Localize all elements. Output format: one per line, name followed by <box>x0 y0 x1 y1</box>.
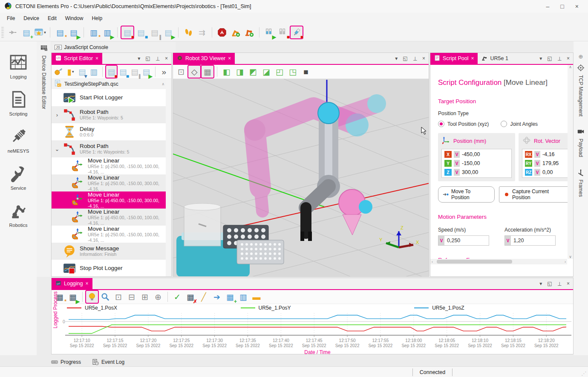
logging-chart[interactable]: 012:17:10Sep 15 202212:17:15Sep 15 20221… <box>62 311 573 354</box>
script-step-stop-plot-logger[interactable]: Stop Plot Logger <box>52 260 171 277</box>
script-saveas-icon[interactable]: ▤▼ <box>77 66 87 78</box>
single-step-icon[interactable] <box>182 26 194 38</box>
pool-horizontal-scrollbar[interactable]: ‹› <box>430 259 567 264</box>
panel-close-icon[interactable]: × <box>165 55 168 61</box>
view-top-icon[interactable]: ◰ <box>274 66 285 78</box>
zoom-vertical-icon[interactable]: ⊟ <box>126 291 138 303</box>
script-save-icon[interactable]: ▥ <box>89 66 99 78</box>
add-dosing-unit-icon[interactable] <box>243 26 255 38</box>
script-functions-icon[interactable]: ▮▾ <box>65 66 75 78</box>
add-robot-icon[interactable] <box>230 26 242 38</box>
script-step-start-plot-logger[interactable]: Start Plot Logger <box>52 89 171 106</box>
value-row-rz[interactable]: RZV0,00 <box>525 168 567 176</box>
stop-all-dosing-icon[interactable]: ■ <box>291 26 303 38</box>
zoom-horizontal-icon[interactable]: ⊞ <box>139 291 151 303</box>
variable-chip[interactable]: V <box>454 169 460 176</box>
start-modules-icon[interactable]: ▥▶ <box>101 26 113 38</box>
more-icon[interactable]: » <box>159 66 169 78</box>
zoom-box-icon[interactable]: ⊡ <box>112 291 124 303</box>
eraser-icon[interactable]: ╱ <box>198 291 210 303</box>
close-tab-icon[interactable]: × <box>471 55 474 61</box>
bottom-tab-event-log[interactable]: Event Log <box>92 359 124 365</box>
run-script-icon[interactable]: ▤▶ <box>162 26 174 38</box>
toolbar-grip[interactable] <box>1 26 4 38</box>
script-step-move-linear[interactable]: Move LinearUR5e 1: p[-450.00, -150.00, 3… <box>52 191 171 209</box>
axis-value[interactable]: 0,00 <box>542 169 553 175</box>
zoom-icon[interactable] <box>99 291 111 303</box>
view-front-icon[interactable]: ◧ <box>221 66 233 78</box>
panel-pin-icon[interactable]: ⊤ <box>156 55 160 61</box>
panel-pin-icon[interactable]: ⊤ <box>413 55 417 61</box>
perspective-view-icon[interactable]: ◇ <box>188 66 200 78</box>
panel-menu-icon[interactable]: ▾ <box>138 55 140 61</box>
plot-clear-icon[interactable]: ▦✗ <box>184 291 196 303</box>
start-devices-icon[interactable]: ▤▶ <box>68 26 80 38</box>
maximize-button[interactable]: □ <box>560 3 564 10</box>
panel-menu-icon[interactable]: ▾ <box>539 55 542 61</box>
menu-window[interactable]: Window <box>61 14 88 23</box>
script-step-move-linear[interactable]: Move LinearUR5e 1: p[-250.00, -150.00, 3… <box>52 174 171 191</box>
variable-chip[interactable]: V <box>454 160 460 167</box>
view-left-icon[interactable]: ◩ <box>247 66 259 78</box>
tab-ur5e-1[interactable]: UR5e 1 <box>478 53 512 64</box>
axis-value[interactable]: -150,00 <box>462 160 480 166</box>
robot-3d-scene[interactable]: Z X Y <box>173 79 429 277</box>
panel-menu-icon[interactable]: ▾ <box>539 281 542 287</box>
abort-script-icon[interactable]: ▤■ <box>118 66 128 78</box>
zoom-fit-icon[interactable]: ⊕ <box>152 291 164 303</box>
solid-view-icon[interactable]: ■ <box>300 66 312 78</box>
sidebar-item-logging[interactable]: Logging <box>1 53 35 79</box>
radio-dot[interactable] <box>438 121 444 127</box>
value-row-y[interactable]: YV-150,00 <box>444 160 509 167</box>
highlight-icon[interactable] <box>86 291 98 303</box>
close-button[interactable]: × <box>575 3 579 10</box>
script-config-icon[interactable] <box>54 66 64 78</box>
panel-pin-icon[interactable]: ⊤ <box>557 55 562 61</box>
center-view-icon[interactable]: ⊡ <box>175 66 187 78</box>
panel-float-icon[interactable]: ◱ <box>145 55 150 61</box>
tree-scrollbar[interactable]: ∨ <box>166 79 171 277</box>
configure-modules-icon[interactable]: ▥* <box>88 26 100 38</box>
panel-menu-icon[interactable]: ▾ <box>395 55 398 61</box>
radio-tool-position-xyz-[interactable]: Tool Position (xyz) <box>438 121 489 127</box>
script-step-robot-path[interactable]: ⌄Robot PathUR5e 1: rtc Waypoints: 5 <box>52 140 171 157</box>
script-step-robot-path[interactable]: ›Robot PathUR5e 1: Waypoints: 5 <box>52 106 171 123</box>
panel-float-icon[interactable]: ◱ <box>547 281 552 287</box>
value-row-rx[interactable]: RXV-4,16 <box>525 151 567 158</box>
sidebar-item-robotics[interactable]: Robotics <box>1 202 35 228</box>
export-data-icon[interactable]: ➔ <box>211 291 223 303</box>
panel-close-icon[interactable]: × <box>567 281 570 287</box>
value-row-ry[interactable]: RYV179,95 <box>525 160 567 167</box>
panel-pin-icon[interactable]: ⊤ <box>557 281 562 287</box>
field-value[interactable]: 1,20 <box>511 238 524 244</box>
add-window-icon[interactable]: ▤+ <box>20 26 32 38</box>
start-syringes-icon[interactable]: ▶ <box>263 26 275 38</box>
variable-chip[interactable]: V <box>505 236 511 245</box>
configure-devices-icon[interactable]: ▤* <box>54 26 66 38</box>
menu-device[interactable]: Device <box>19 14 43 23</box>
tab-robot-3d-viewer[interactable]: Robot 3D Viewer × <box>173 53 235 64</box>
view-bottom-icon[interactable]: ◳ <box>287 66 299 78</box>
radio-dot[interactable] <box>501 121 507 127</box>
capture-current-position-button[interactable]: Capture Current Position <box>499 186 573 203</box>
close-tab-icon[interactable]: × <box>95 55 98 61</box>
menu-edit[interactable]: Edit <box>43 14 61 23</box>
expander-icon[interactable]: ⌄ <box>52 146 63 152</box>
apply-icon[interactable]: ✓ <box>171 291 183 303</box>
emergency-stop-icon[interactable] <box>216 26 228 38</box>
view-right-icon[interactable]: ◪ <box>260 66 272 78</box>
value-row-z[interactable]: ZV300,00 <box>444 168 509 176</box>
close-tab-icon[interactable]: × <box>86 281 89 287</box>
sidebar-item-service[interactable]: Service <box>1 165 35 191</box>
panel-float-icon[interactable]: ◱ <box>403 55 407 61</box>
script-step-move-linear[interactable]: Move LinearUR5e 1: p[-250.00, -150.00, 1… <box>52 226 171 243</box>
menu-help[interactable]: Help <box>87 14 107 23</box>
field-input[interactable]: V0,250 <box>438 235 489 246</box>
script-step-show-message[interactable]: Show MessageInformation: Finish <box>52 243 171 260</box>
run-script-icon[interactable]: ▤▶ <box>141 66 151 78</box>
disconnect-icon[interactable] <box>7 26 19 38</box>
tab-script-editor[interactable]: Script Editor × <box>52 53 102 64</box>
stop-script-icon[interactable]: ▤■ <box>121 26 133 38</box>
axis-value[interactable]: 300,00 <box>462 169 478 175</box>
close-tab-icon[interactable]: × <box>228 55 231 61</box>
